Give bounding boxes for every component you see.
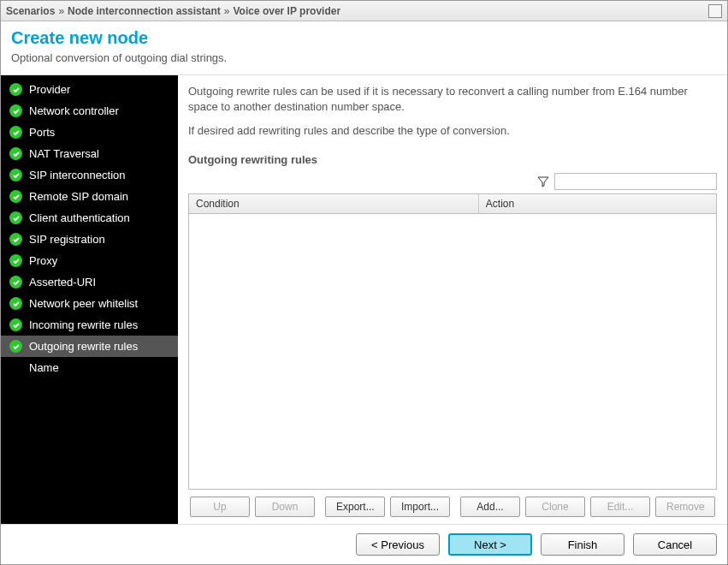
wizard-step[interactable]: Incoming rewrite rules xyxy=(1,314,178,336)
wizard-step-label: Ports xyxy=(29,126,55,139)
wizard-step[interactable]: Outgoing rewrite rules xyxy=(1,336,178,357)
check-icon xyxy=(9,147,22,160)
filter-bar xyxy=(188,173,717,190)
wizard-step-label: Incoming rewrite rules xyxy=(29,318,138,331)
wizard-step-label: Client authentication xyxy=(29,211,130,224)
main-panel: Outgoing rewrite rules can be used if it… xyxy=(178,75,727,524)
description-text: Outgoing rewrite rules can be used if it… xyxy=(188,84,717,115)
filter-input[interactable] xyxy=(554,173,717,190)
column-header-action[interactable]: Action xyxy=(479,194,716,213)
check-icon xyxy=(9,254,22,267)
add-button[interactable]: Add... xyxy=(460,497,520,517)
wizard-steps-sidebar: ProviderNetwork controllerPortsNAT Trave… xyxy=(1,75,178,524)
cancel-button[interactable]: Cancel xyxy=(633,533,717,556)
check-icon xyxy=(9,318,22,331)
check-icon xyxy=(9,190,22,203)
wizard-step[interactable]: SIP interconnection xyxy=(1,164,178,186)
table-button-bar: Up Down Export... Import... Add... Clone… xyxy=(188,490,717,517)
next-button[interactable]: Next > xyxy=(448,533,532,556)
check-icon xyxy=(9,169,22,181)
breadcrumb-sep: » xyxy=(221,5,234,17)
breadcrumb-sep: » xyxy=(55,5,68,17)
wizard-step[interactable]: Name xyxy=(1,357,178,378)
column-header-condition[interactable]: Condition xyxy=(189,194,479,213)
page-title: Create new node xyxy=(11,28,717,48)
wizard-step[interactable]: Remote SIP domain xyxy=(1,186,178,207)
wizard-step[interactable]: Asserted-URI xyxy=(1,271,178,293)
rules-table: Condition Action xyxy=(188,193,717,490)
wizard-step[interactable]: Proxy xyxy=(1,250,178,271)
up-button[interactable]: Up xyxy=(190,497,250,517)
export-button[interactable]: Export... xyxy=(325,497,385,517)
import-button[interactable]: Import... xyxy=(390,497,450,517)
wizard-footer: < Previous Next > Finish Cancel xyxy=(1,524,727,564)
check-icon xyxy=(9,276,22,288)
wizard-step[interactable]: Network controller xyxy=(1,100,178,122)
check-icon xyxy=(9,83,22,96)
page-header: Create new node Optional conversion of o… xyxy=(1,21,727,75)
previous-button[interactable]: < Previous xyxy=(356,533,440,556)
wizard-step-label: NAT Traversal xyxy=(29,147,99,160)
wizard-step-label: Proxy xyxy=(29,254,57,267)
remove-button[interactable]: Remove xyxy=(655,497,715,517)
wizard-step[interactable]: Client authentication xyxy=(1,207,178,229)
breadcrumb-part: Scenarios xyxy=(6,5,55,17)
section-title: Outgoing rewriting rules xyxy=(188,153,717,166)
wizard-step-label: Name xyxy=(29,361,59,374)
wizard-step-label: Outgoing rewrite rules xyxy=(29,340,138,353)
wizard-step-label: SIP interconnection xyxy=(29,169,126,181)
wizard-step-label: Remote SIP domain xyxy=(29,190,128,203)
wizard-window: Scenarios » Node interconnection assista… xyxy=(0,0,728,565)
wizard-step[interactable]: Ports xyxy=(1,122,178,143)
wizard-step-label: Asserted-URI xyxy=(29,276,96,288)
check-icon xyxy=(9,340,22,353)
check-icon xyxy=(9,233,22,246)
table-header: Condition Action xyxy=(189,194,716,214)
clone-button[interactable]: Clone xyxy=(525,497,585,517)
check-icon xyxy=(9,104,22,117)
body: ProviderNetwork controllerPortsNAT Trave… xyxy=(1,75,727,524)
close-button[interactable] xyxy=(708,4,722,18)
pending-icon xyxy=(9,361,22,374)
wizard-step-label: SIP registration xyxy=(29,233,105,246)
wizard-step-label: Provider xyxy=(29,83,70,96)
finish-button[interactable]: Finish xyxy=(541,533,624,556)
wizard-step-label: Network controller xyxy=(29,104,119,117)
wizard-step[interactable]: Network peer whitelist xyxy=(1,293,178,314)
filter-icon[interactable] xyxy=(537,175,549,187)
check-icon xyxy=(9,297,22,310)
edit-button[interactable]: Edit... xyxy=(590,497,650,517)
description-text: If desired add rewriting rules and descr… xyxy=(188,123,717,139)
check-icon xyxy=(9,126,22,139)
check-icon xyxy=(9,211,22,224)
down-button[interactable]: Down xyxy=(255,497,315,517)
wizard-step[interactable]: NAT Traversal xyxy=(1,143,178,164)
wizard-step[interactable]: Provider xyxy=(1,79,178,100)
table-body-empty xyxy=(189,214,716,489)
wizard-step-label: Network peer whitelist xyxy=(29,297,138,310)
page-subtitle: Optional conversion of outgoing dial str… xyxy=(11,51,717,64)
breadcrumb-part: Node interconnection assistant xyxy=(68,5,221,17)
titlebar: Scenarios » Node interconnection assista… xyxy=(1,1,727,21)
wizard-step[interactable]: SIP registration xyxy=(1,229,178,250)
breadcrumb-part: Voice over IP provider xyxy=(233,5,340,17)
